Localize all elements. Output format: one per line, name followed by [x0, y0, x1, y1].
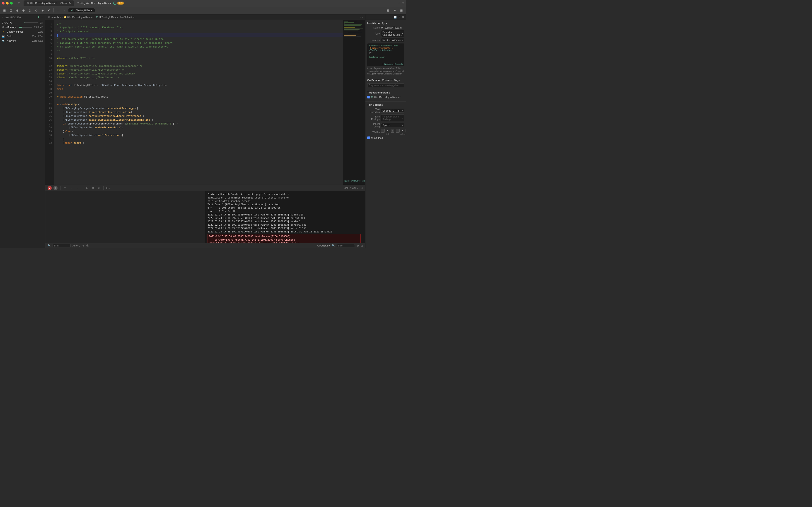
- breadcrumb-nav-forward[interactable]: ›: [362, 16, 363, 18]
- close-button[interactable]: [2, 2, 5, 5]
- maximize-button[interactable]: [10, 2, 13, 5]
- ln-14: 14: [46, 72, 53, 75]
- toolbar-right-1[interactable]: ⊞: [385, 8, 391, 13]
- debug-highlighted-line-1: 2022-02-23 17:38:09.818514+0800 test-Run…: [209, 235, 359, 238]
- line-endings-dropdown[interactable]: No Explicit Line Endings ▾: [381, 115, 404, 121]
- tab-increment-button[interactable]: +: [391, 129, 394, 133]
- toolbar-icon-1[interactable]: ⊞: [2, 8, 7, 13]
- sidebar-item-network[interactable]: 📡 Network Zero KB/s: [0, 39, 45, 43]
- sidebar-options-icon[interactable]: ⋯: [40, 16, 43, 19]
- code-line-16: [54, 79, 343, 83]
- code-line-1: /**: [54, 22, 343, 25]
- output-label[interactable]: All Output ▾: [317, 244, 330, 247]
- run-label: Testing WebDriverAgentRunner: [78, 2, 112, 5]
- toolbar-icon-4[interactable]: ⊛: [21, 8, 26, 13]
- step-out-button[interactable]: ↑: [75, 186, 79, 190]
- sidebar-item-cpu[interactable]: CPU CPU 0%: [0, 20, 45, 25]
- indent-using-dropdown[interactable]: Spaces ▾: [381, 123, 404, 127]
- cpu-bar: [24, 22, 38, 23]
- tab-decrement-button[interactable]: -: [381, 129, 385, 133]
- breadcrumb-sep-1: ›: [62, 16, 63, 18]
- indent-decrement-button[interactable]: -: [396, 129, 400, 133]
- eye-button[interactable]: 👁: [82, 244, 85, 247]
- breadcrumb-no-selection[interactable]: No Selection: [120, 16, 134, 18]
- debug-toolbar: ■ ⏸ ↷ ↓ ↑ ◈ ≋ ⊕ test Line: 4 Col: 3 ⊟: [45, 185, 365, 191]
- attach-button[interactable]: ⊕: [97, 186, 101, 190]
- add-tab-button[interactable]: +: [398, 1, 400, 5]
- name-row: Name UITestingUITests.m: [367, 26, 404, 29]
- warning-badge: ⚠ 1: [117, 2, 123, 5]
- breadcrumb-easyclick[interactable]: easyclick: [51, 16, 61, 18]
- right-panel-help-icon[interactable]: ?: [399, 16, 400, 18]
- status-right: All Output ▾ 🔍 🗑 ⊟: [317, 244, 363, 247]
- debug-line-5: t = 0.00s Start Test at 2022-03-23 17:38…: [208, 207, 281, 209]
- debug-line-8: 2022-02-23 17:38:09.793581+0800 test-Run…: [208, 217, 305, 219]
- toolbar-icon-7[interactable]: ◈: [40, 8, 45, 13]
- sidebar-status-icon: ℹ: [38, 16, 39, 19]
- memory-bar-fill: [18, 27, 22, 27]
- sidebar-item-disk[interactable]: 💾 Disk Zero KB/s: [0, 34, 45, 39]
- env-button[interactable]: ≋: [91, 186, 95, 190]
- ln-13: 13: [46, 68, 53, 72]
- minimap-line: [344, 34, 360, 35]
- minimize-button[interactable]: [6, 2, 9, 5]
- toolbar-icon-2[interactable]: ⊡: [8, 8, 14, 13]
- code-line-18: @end: [54, 87, 343, 91]
- breadcrumb-nav-back[interactable]: ‹: [360, 16, 361, 18]
- filter-icon-right: 🔍: [332, 244, 335, 247]
- filter-input-left[interactable]: [53, 244, 71, 247]
- toolbar-right-3[interactable]: ⊟: [399, 8, 404, 13]
- toolbar-right-2[interactable]: ≡: [392, 8, 397, 13]
- breadcrumb-uitesting[interactable]: UITestingUITests: [99, 16, 118, 18]
- minimap-line: [344, 24, 362, 25]
- encoding-dropdown[interactable]: Unicode (UTF-8) ▾: [381, 109, 404, 113]
- widths-row: Widths - 4 + Tab - 4 +: [367, 129, 404, 135]
- sidebar-toggle-button[interactable]: ⊟: [16, 0, 22, 6]
- toolbar-icon-3[interactable]: ⊕: [14, 8, 20, 13]
- indent-stepper: - 4 +: [396, 129, 406, 133]
- location-dropdown[interactable]: Relative to Group ▾: [381, 38, 404, 42]
- toolbar-icon-6[interactable]: ◇: [34, 8, 39, 13]
- filter-input-right[interactable]: [337, 244, 355, 247]
- sidebar-item-energy[interactable]: ⚡ Energy Impact Zero: [0, 30, 45, 34]
- tab-webdriveragentrunner[interactable]: 🖥 WebDriverAgentRunner › iPhone 6s: [23, 0, 74, 6]
- toolbar-icon-5[interactable]: ⊗: [27, 8, 33, 13]
- stop-button[interactable]: ■: [48, 186, 52, 190]
- target-checkbox[interactable]: ✓: [367, 96, 370, 99]
- delete-button[interactable]: 🗑: [357, 244, 359, 247]
- wrap-lines-checkbox[interactable]: ✓: [367, 136, 370, 139]
- tag-field[interactable]: Only resources are taggable: [367, 83, 404, 88]
- text-settings-section: Text Settings Text Encoding Unicode (UTF…: [365, 102, 406, 141]
- debug-expand-button[interactable]: ⊟: [361, 186, 363, 189]
- pause-button[interactable]: ⏸: [53, 186, 58, 190]
- step-over-button[interactable]: ↷: [63, 186, 67, 190]
- sidebar-item-memory[interactable]: Mem Memory 19.3 MB: [0, 25, 45, 30]
- split-output-button[interactable]: ⊟: [361, 244, 363, 247]
- ln-27: 27: [46, 122, 53, 126]
- breakpoint-button[interactable]: ◈: [85, 186, 89, 190]
- target-name: WebDriverAgentRunner: [374, 96, 401, 99]
- indent-increment-button[interactable]: +: [406, 129, 406, 133]
- ln-12: 12: [46, 64, 53, 68]
- minimap-delegate-label: FBWebServerDelegate: [344, 179, 365, 183]
- toolbar-icon-8[interactable]: ⟲: [46, 8, 52, 13]
- right-panel-settings-icon[interactable]: ⚙: [402, 16, 404, 18]
- step-in-button[interactable]: ↓: [69, 186, 73, 190]
- active-file-tab[interactable]: M UITestingUITests: [68, 8, 95, 13]
- sidebar-expand-icon[interactable]: ▾: [2, 16, 4, 19]
- code-line-19: [54, 91, 343, 95]
- breadcrumb-webdriver[interactable]: WebDriverAgentRunner: [67, 16, 94, 18]
- target-checkbox-row: ✓ M WebDriverAgentRunner: [367, 96, 404, 99]
- location-preview: @interface UITestingUITests FBFailurePro…: [367, 44, 404, 66]
- type-dropdown[interactable]: Default – Objective-C Sou... ▾: [381, 30, 404, 37]
- split-view-button[interactable]: ⊞: [402, 1, 404, 5]
- forward-button[interactable]: ›: [62, 8, 67, 13]
- ln-2: 2: [46, 25, 53, 30]
- back-button[interactable]: ‹: [55, 8, 61, 13]
- code-content-area[interactable]: /** * Copyright (c) 2015-present, Facebo…: [54, 20, 343, 185]
- info-button[interactable]: ⓘ: [86, 244, 89, 247]
- right-panel-file-icon[interactable]: 📄: [394, 16, 397, 18]
- auto-label[interactable]: Auto ◇: [72, 244, 80, 247]
- location-chevron: ▾: [402, 39, 403, 41]
- ln-24: 24: [46, 110, 53, 114]
